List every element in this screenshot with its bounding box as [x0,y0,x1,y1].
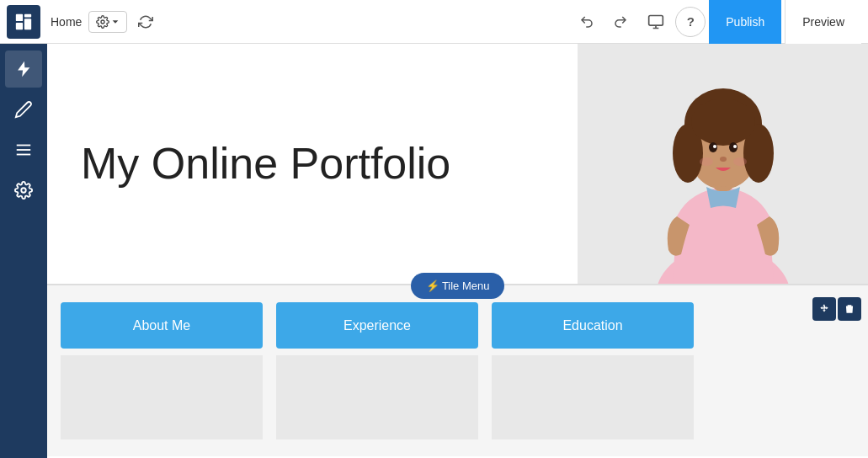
tile-experience[interactable]: Experience [276,302,478,349]
sidebar-item-flash[interactable] [5,51,42,88]
svg-rect-0 [16,13,23,20]
avatar-illustration [639,48,807,284]
hero-title: My Online Portfolio [81,140,450,188]
sidebar-item-settings[interactable] [5,172,42,209]
svg-point-20 [713,145,716,148]
redo-button[interactable] [604,6,636,38]
sidebar [0,44,47,458]
tile-controls [812,297,861,321]
tile-about-me-preview [61,355,263,439]
tile-delete-button[interactable] [838,297,861,321]
svg-point-9 [21,188,26,193]
tiles-section: About Me Experience Education [47,284,868,456]
svg-point-24 [733,157,747,166]
publish-button[interactable]: Publish [709,0,781,44]
tile-col-1: About Me [61,302,263,439]
toolbar: Home [0,0,868,44]
page-name: Home [51,15,82,29]
svg-point-23 [700,157,713,166]
sidebar-item-pen[interactable] [5,91,42,128]
help-button[interactable]: ? [675,7,706,37]
tile-education-preview [492,355,694,439]
hero-section: My Online Portfolio [47,44,868,284]
undo-button[interactable] [571,6,603,38]
svg-rect-1 [24,13,31,17]
svg-point-4 [101,20,104,24]
tile-about-me[interactable]: About Me [61,302,263,349]
main-layout: My Online Portfolio [0,44,868,458]
svg-point-17 [691,99,755,146]
svg-rect-3 [24,19,31,29]
svg-point-22 [720,157,727,162]
sidebar-item-list[interactable] [5,131,42,168]
svg-rect-2 [16,22,23,29]
hero-image-area [578,44,868,284]
desktop-view-button[interactable] [640,6,672,38]
tiles-container: About Me Experience Education [61,302,717,439]
tile-menu-button[interactable]: ⚡ Tile Menu [411,273,505,299]
canvas: My Online Portfolio [47,44,868,458]
svg-rect-5 [649,15,663,25]
hero-text-area: My Online Portfolio [47,44,578,284]
undo-redo-group [571,6,636,38]
tile-experience-preview [276,355,478,439]
svg-point-21 [733,145,737,148]
tile-col-2: Experience [276,302,478,439]
logo-button[interactable] [7,5,40,39]
tile-col-3: Education [492,302,694,439]
tile-move-button[interactable] [812,297,836,321]
page-settings-button[interactable] [88,11,127,33]
refresh-button[interactable] [130,7,161,37]
tile-education[interactable]: Education [492,302,694,349]
preview-button[interactable]: Preview [785,0,861,44]
